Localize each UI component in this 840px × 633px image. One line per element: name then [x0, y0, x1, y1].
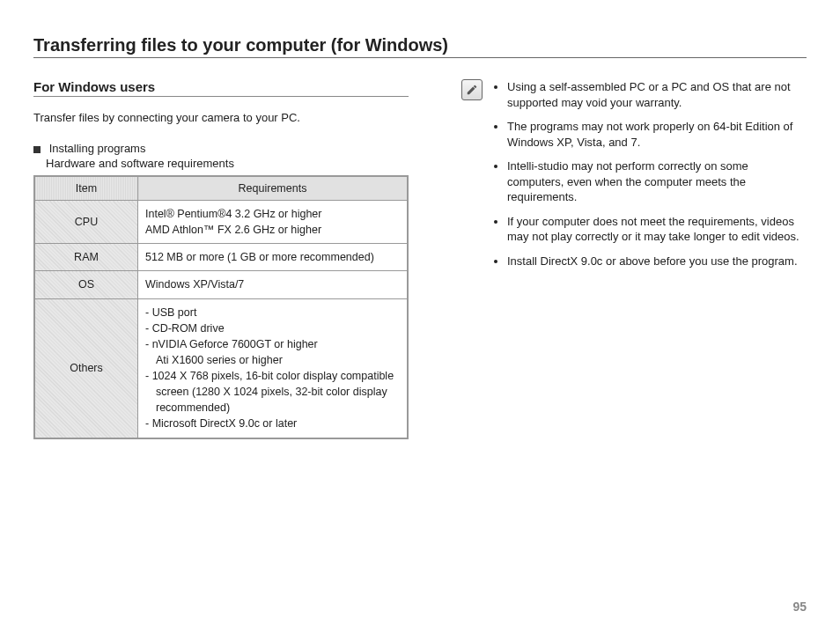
note-item: Using a self-assembled PC or a PC and OS…	[507, 79, 807, 110]
table-cell-item: CPU	[34, 201, 138, 244]
req-line: AMD Athlon™ FX 2.6 GHz or higher	[145, 222, 400, 238]
table-cell-req: Windows XP/Vista/7	[138, 271, 409, 298]
notes-list: Using a self-assembled PC or a PC and OS…	[491, 79, 807, 277]
intro-text: Transfer files by connecting your camera…	[33, 111, 409, 124]
req-line: - 1024 X 768 pixels, 16-bit color displa…	[145, 368, 400, 384]
note-item: If your computer does not meet the requi…	[507, 214, 807, 245]
table-header-req: Requirements	[138, 176, 409, 201]
table-header-item: Item	[34, 176, 138, 201]
req-line: Intel® Pentium®4 3.2 GHz or higher	[145, 206, 400, 222]
table-cell-req: 512 MB or more (1 GB or more recommended…	[138, 244, 409, 271]
section-label-text: Installing programs	[49, 142, 146, 155]
req-line: - nVIDIA Geforce 7600GT or higher	[145, 336, 400, 352]
table-row: OSWindows XP/Vista/7	[34, 271, 408, 298]
note-icon	[461, 79, 483, 100]
note-item: Install DirectX 9.0c or above before you…	[507, 254, 807, 269]
table-row: RAM512 MB or more (1 GB or more recommen…	[34, 244, 408, 271]
req-line: Ati X1600 series or higher	[145, 352, 400, 368]
section-sublabel-requirements: Hardware and software requirements	[46, 157, 409, 170]
note-item: The programs may not work properly on 64…	[507, 119, 807, 150]
table-row: CPUIntel® Pentium®4 3.2 GHz or higherAMD…	[34, 201, 408, 244]
square-bullet-icon	[33, 146, 41, 153]
req-line: recommended)	[145, 400, 400, 416]
subheading-windows-users: For Windows users	[33, 79, 409, 97]
page-title: Transferring files to your computer (for…	[33, 35, 807, 58]
pencil-icon	[466, 84, 478, 96]
table-cell-req: Intel® Pentium®4 3.2 GHz or higherAMD At…	[138, 201, 409, 244]
req-line: Windows XP/Vista/7	[145, 276, 400, 292]
table-row: Others- USB port- CD-ROM drive- nVIDIA G…	[34, 298, 408, 438]
req-line: screen (1280 X 1024 pixels, 32-bit color…	[145, 384, 400, 400]
page-number: 95	[792, 600, 807, 614]
req-line: - CD-ROM drive	[145, 320, 400, 336]
requirements-table: Item Requirements CPUIntel® Pentium®4 3.…	[33, 175, 409, 439]
req-line: 512 MB or more (1 GB or more recommended…	[145, 249, 400, 265]
note-item: Intelli-studio may not perform correctly…	[507, 158, 807, 205]
req-line: - Microsoft DirectX 9.0c or later	[145, 416, 400, 431]
section-label-installing: Installing programs	[33, 142, 409, 155]
table-cell-req: - USB port- CD-ROM drive- nVIDIA Geforce…	[138, 298, 409, 438]
table-cell-item: RAM	[34, 244, 138, 271]
table-cell-item: Others	[34, 298, 138, 438]
req-line: - USB port	[145, 305, 400, 320]
table-cell-item: OS	[34, 271, 138, 298]
